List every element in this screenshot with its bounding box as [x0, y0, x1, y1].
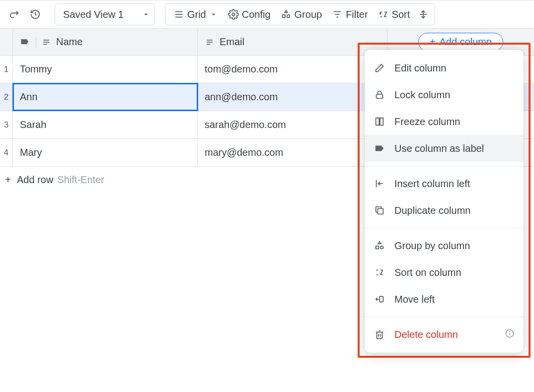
svg-rect-4 [282, 15, 285, 17]
menu-item-label: Use column as label [394, 143, 484, 154]
filter-button[interactable]: Filter [327, 4, 373, 25]
history-button[interactable] [26, 5, 45, 24]
menu-edit-column[interactable]: Edit column [365, 55, 524, 81]
menu-item-label: Lock column [394, 89, 450, 101]
svg-rect-16 [377, 94, 383, 98]
menu-group-by[interactable]: Group by column [365, 232, 524, 259]
caret-down-icon [209, 10, 218, 19]
menu-divider [365, 228, 524, 228]
row-number: 3 [0, 111, 13, 138]
menu-item-label: Duplicate column [394, 205, 470, 216]
menu-item-label: Insert column left [394, 178, 470, 190]
caret-down-icon [142, 10, 151, 19]
menu-move-left[interactable]: Move left [365, 286, 524, 313]
cell-name[interactable]: Ann [13, 83, 198, 111]
add-row-label: Add row [17, 174, 53, 186]
text-type-icon [205, 37, 215, 47]
svg-rect-17 [376, 118, 379, 126]
row-number: 1 [0, 56, 13, 83]
menu-item-label: Freeze column [394, 116, 460, 128]
menu-insert-left[interactable]: Insert column left [365, 170, 524, 197]
info-icon [505, 328, 515, 341]
svg-point-28 [510, 331, 510, 332]
menu-divider [365, 317, 524, 317]
layout-label: Grid [187, 9, 206, 20]
svg-rect-20 [378, 208, 383, 214]
column-header-name[interactable]: Name [13, 29, 198, 55]
svg-rect-23 [380, 297, 383, 302]
duplicate-icon [374, 204, 385, 216]
group-icon [374, 240, 385, 252]
sort-button[interactable]: Sort [373, 4, 415, 25]
sort-icon [374, 266, 385, 278]
name-header-label: Name [56, 36, 82, 48]
menu-item-label: Delete column [394, 329, 458, 340]
menu-lock-column[interactable]: Lock column [365, 81, 524, 108]
pencil-icon [374, 62, 385, 74]
menu-item-label: Group by column [394, 240, 470, 252]
svg-rect-21 [376, 246, 379, 249]
email-header-label: Email [220, 36, 244, 48]
column-context-menu: Edit column Lock column Freeze column Us… [365, 50, 524, 353]
config-button[interactable]: Config [223, 4, 276, 25]
cell-name[interactable]: Mary [13, 139, 198, 166]
group-label: Group [295, 9, 322, 20]
redo-button[interactable] [5, 5, 24, 24]
trash-icon [374, 328, 385, 340]
menu-item-label: Sort on column [394, 267, 461, 278]
menu-item-label: Edit column [394, 63, 447, 74]
toolbar-actions-group: Grid Config Group Filter Sort [165, 3, 435, 25]
menu-use-as-label[interactable]: Use column as label [365, 135, 524, 162]
row-number-header [0, 29, 13, 55]
menu-item-label: Move left [394, 294, 435, 305]
lock-icon [374, 89, 385, 101]
cell-name[interactable]: Tommy [13, 56, 198, 83]
filter-label: Filter [346, 9, 368, 20]
row-number: 2 [0, 83, 13, 111]
row-height-button[interactable] [415, 4, 432, 25]
label-tag-icon [20, 37, 31, 48]
saved-view-select[interactable]: Saved View 1 [55, 3, 155, 25]
toolbar: Saved View 1 Grid Config Group Filter So [0, 0, 534, 29]
svg-point-22 [381, 246, 383, 249]
config-label: Config [242, 9, 271, 20]
svg-point-5 [287, 15, 290, 17]
freeze-icon [374, 116, 385, 128]
menu-delete-column[interactable]: Delete column [365, 321, 524, 348]
text-type-icon [41, 37, 51, 47]
label-tag-icon [374, 142, 385, 154]
menu-freeze-column[interactable]: Freeze column [365, 108, 524, 135]
row-number: 4 [0, 139, 13, 166]
sort-label: Sort [392, 9, 410, 20]
add-row-hint: Shift-Enter [57, 174, 104, 186]
menu-divider [365, 166, 524, 166]
annotation-highlight-box: Edit column Lock column Freeze column Us… [358, 43, 531, 358]
group-button[interactable]: Group [276, 4, 327, 25]
menu-duplicate[interactable]: Duplicate column [365, 197, 524, 224]
plus-icon: + [3, 174, 13, 186]
svg-point-3 [232, 13, 235, 16]
insert-left-icon [374, 178, 385, 190]
svg-rect-18 [380, 118, 383, 126]
saved-view-label: Saved View 1 [63, 9, 124, 20]
menu-sort-on[interactable]: Sort on column [365, 259, 524, 286]
cell-name[interactable]: Sarah [13, 111, 198, 138]
layout-button[interactable]: Grid [168, 4, 223, 25]
move-left-icon [374, 293, 385, 305]
